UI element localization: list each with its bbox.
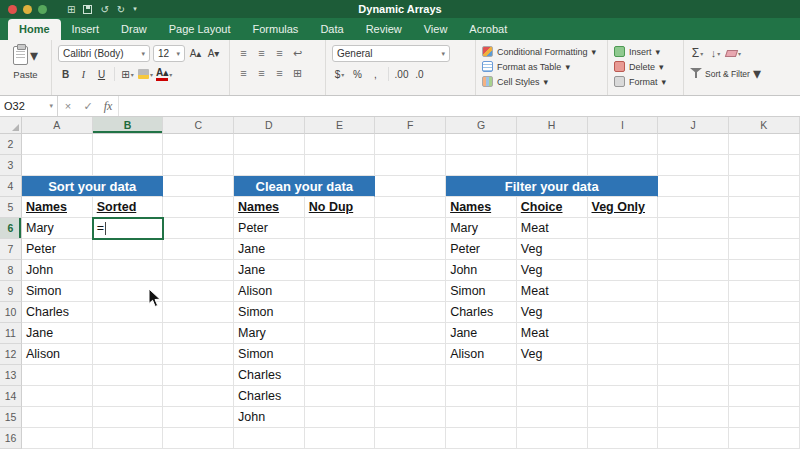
cell-H11[interactable]: Meat — [517, 323, 588, 344]
banner-A4[interactable]: Sort your data — [22, 176, 163, 197]
sort-filter-button[interactable]: Sort & Filter ▾ — [690, 64, 794, 83]
cell-D7[interactable]: Jane — [234, 239, 305, 260]
column-header-H[interactable]: H — [517, 117, 588, 134]
cell-C12[interactable] — [163, 344, 234, 365]
merge-center-button[interactable]: ⊞ — [290, 65, 305, 81]
cell-K6[interactable] — [729, 218, 800, 239]
cell-C13[interactable] — [163, 365, 234, 386]
cell-J14[interactable] — [658, 386, 729, 407]
cell-E6[interactable] — [305, 218, 376, 239]
cell-B8[interactable] — [93, 260, 164, 281]
row-header-12[interactable]: 12 — [0, 344, 22, 365]
row-header-8[interactable]: 8 — [0, 260, 22, 281]
cell-styles-button[interactable]: Cell Styles ▾ — [482, 75, 601, 88]
row-header-13[interactable]: 13 — [0, 365, 22, 386]
cell-A14[interactable] — [22, 386, 93, 407]
row-header-3[interactable]: 3 — [0, 155, 22, 176]
tab-draw[interactable]: Draw — [110, 19, 158, 40]
number-format-select[interactable]: General ▾ — [332, 45, 450, 62]
tab-data[interactable]: Data — [309, 19, 354, 40]
cell-A13[interactable] — [22, 365, 93, 386]
align-bottom-button[interactable]: ≡ — [272, 45, 287, 61]
cell-E16[interactable] — [305, 428, 376, 449]
cell-A7[interactable]: Peter — [22, 239, 93, 260]
cell-B15[interactable] — [93, 407, 164, 428]
cell-J16[interactable] — [658, 428, 729, 449]
cell-B3[interactable] — [93, 155, 164, 176]
cell-G11[interactable]: Jane — [446, 323, 517, 344]
grow-font-button[interactable]: A▴ — [188, 46, 203, 62]
cell-H6[interactable]: Meat — [517, 218, 588, 239]
cell-C16[interactable] — [163, 428, 234, 449]
cell-H3[interactable] — [517, 155, 588, 176]
cell-E10[interactable] — [305, 302, 376, 323]
cell-A16[interactable] — [22, 428, 93, 449]
cell-J9[interactable] — [658, 281, 729, 302]
insert-function-icon[interactable]: fx — [98, 96, 118, 116]
align-right-button[interactable]: ≡ — [272, 65, 287, 81]
italic-button[interactable]: I — [76, 66, 91, 82]
cell-G2[interactable] — [446, 134, 517, 155]
font-size-select[interactable]: 12 ▾ — [153, 45, 185, 62]
column-header-E[interactable]: E — [305, 117, 376, 134]
cell-G9[interactable]: Simon — [446, 281, 517, 302]
insert-cells-button[interactable]: Insert ▾ — [614, 45, 677, 58]
cell-I6[interactable] — [588, 218, 659, 239]
cell-D13[interactable]: Charles — [234, 365, 305, 386]
cell-G15[interactable] — [446, 407, 517, 428]
formula-input[interactable] — [118, 96, 800, 116]
cell-K16[interactable] — [729, 428, 800, 449]
cell-E15[interactable] — [305, 407, 376, 428]
tab-formulas[interactable]: Formulas — [242, 19, 310, 40]
format-cells-button[interactable]: Format ▾ — [614, 75, 677, 88]
cell-A11[interactable]: Jane — [22, 323, 93, 344]
tab-page-layout[interactable]: Page Layout — [158, 19, 242, 40]
cell-B13[interactable] — [93, 365, 164, 386]
tab-insert[interactable]: Insert — [61, 19, 111, 40]
cell-B16[interactable] — [93, 428, 164, 449]
cell-E11[interactable] — [305, 323, 376, 344]
cell-K14[interactable] — [729, 386, 800, 407]
cell-C3[interactable] — [163, 155, 234, 176]
cell-H8[interactable]: Veg — [517, 260, 588, 281]
cell-A3[interactable] — [22, 155, 93, 176]
cell-B5[interactable]: Sorted — [93, 197, 164, 218]
cell-C6[interactable] — [163, 218, 234, 239]
cell-D8[interactable]: Jane — [234, 260, 305, 281]
cell-F15[interactable] — [375, 407, 446, 428]
cell-G7[interactable]: Peter — [446, 239, 517, 260]
cell-J13[interactable] — [658, 365, 729, 386]
cell-K13[interactable] — [729, 365, 800, 386]
cell-K10[interactable] — [729, 302, 800, 323]
cell-D2[interactable] — [234, 134, 305, 155]
cell-B12[interactable] — [93, 344, 164, 365]
cell-C5[interactable] — [163, 197, 234, 218]
tab-review[interactable]: Review — [355, 19, 413, 40]
conditional-formatting-button[interactable]: Conditional Formatting ▾ — [482, 45, 601, 58]
cell-K7[interactable] — [729, 239, 800, 260]
cell-E9[interactable] — [305, 281, 376, 302]
cell-E14[interactable] — [305, 386, 376, 407]
cell-D11[interactable]: Mary — [234, 323, 305, 344]
cell-E5[interactable]: No Dup — [305, 197, 376, 218]
shrink-font-button[interactable]: A▾ — [206, 46, 221, 62]
cell-K2[interactable] — [729, 134, 800, 155]
cell-G14[interactable] — [446, 386, 517, 407]
increase-decimal-button[interactable]: .00 — [394, 66, 409, 82]
cell-G8[interactable]: John — [446, 260, 517, 281]
cell-G10[interactable]: Charles — [446, 302, 517, 323]
cell-D16[interactable] — [234, 428, 305, 449]
cell-J3[interactable] — [658, 155, 729, 176]
cancel-formula-icon[interactable]: × — [58, 96, 78, 116]
name-box[interactable]: O32 ▾ — [0, 96, 58, 116]
tab-view[interactable]: View — [413, 19, 459, 40]
cell-E13[interactable] — [305, 365, 376, 386]
cell-J12[interactable] — [658, 344, 729, 365]
cell-I14[interactable] — [588, 386, 659, 407]
column-header-B[interactable]: B — [93, 117, 164, 134]
cell-B14[interactable] — [93, 386, 164, 407]
cell-D14[interactable]: Charles — [234, 386, 305, 407]
cell-C14[interactable] — [163, 386, 234, 407]
column-header-J[interactable]: J — [658, 117, 729, 134]
cell-F2[interactable] — [375, 134, 446, 155]
